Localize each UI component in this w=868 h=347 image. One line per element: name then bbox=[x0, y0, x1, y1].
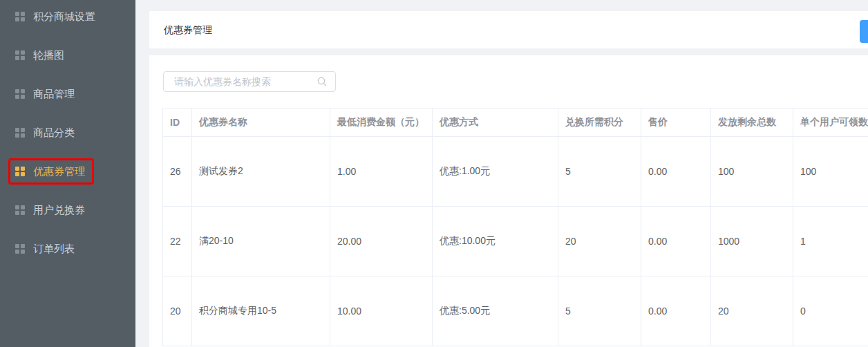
sidebar-item-label: 轮播图 bbox=[33, 49, 64, 62]
cell-per-user-limit: 0 bbox=[793, 276, 868, 346]
cell-discount-type: 优惠:1.00元 bbox=[433, 137, 558, 207]
cell-id: 20 bbox=[163, 276, 192, 346]
sidebar-item-points-mall-settings[interactable]: 积分商城设置 bbox=[0, 0, 135, 36]
sidebar-menu: 积分商城设置 轮播图 商品管理 商品分类 优惠券管理 用户兑换券 订单列表 bbox=[0, 0, 135, 268]
primary-action-button[interactable] bbox=[860, 20, 868, 43]
sidebar-item-product-management[interactable]: 商品管理 bbox=[0, 75, 135, 113]
grid-icon bbox=[15, 167, 25, 176]
cell-remaining-total: 1000 bbox=[711, 207, 793, 276]
cell-per-user-limit: 1 bbox=[793, 207, 868, 276]
cell-coupon-name: 测试发券2 bbox=[192, 137, 330, 207]
cell-points-required: 20 bbox=[558, 207, 641, 276]
cell-price: 0.00 bbox=[641, 207, 711, 276]
cell-min-spend: 1.00 bbox=[330, 137, 433, 207]
sidebar-item-label: 订单列表 bbox=[33, 243, 75, 256]
col-id: ID bbox=[163, 109, 192, 137]
grid-icon bbox=[15, 205, 25, 215]
content-panel: ID 优惠券名称 最低消费金额（元） 优惠方式 兑换所需积分 售价 发放剩余总数… bbox=[149, 55, 868, 347]
table-row: 26 测试发券2 1.00 优惠:1.00元 5 0.00 100 100 bbox=[163, 137, 868, 207]
cell-coupon-name: 积分商城专用10-5 bbox=[192, 276, 330, 346]
col-remaining-total: 发放剩余总数 bbox=[711, 109, 793, 137]
grid-icon bbox=[15, 244, 25, 254]
cell-per-user-limit: 100 bbox=[793, 137, 868, 207]
col-price: 售价 bbox=[641, 109, 711, 137]
col-coupon-name: 优惠券名称 bbox=[192, 109, 330, 137]
col-discount-type: 优惠方式 bbox=[433, 109, 558, 137]
sidebar-item-label: 商品分类 bbox=[33, 126, 75, 140]
cell-points-required: 5 bbox=[558, 276, 641, 346]
sidebar-item-coupon-management[interactable]: 优惠券管理 bbox=[0, 152, 135, 191]
cell-remaining-total: 100 bbox=[711, 137, 793, 207]
cell-points-required: 5 bbox=[558, 137, 641, 207]
search-box bbox=[163, 71, 336, 92]
grid-icon bbox=[15, 89, 25, 99]
sidebar-item-user-voucher[interactable]: 用户兑换券 bbox=[0, 191, 135, 229]
table-row: 22 满20-10 20.00 优惠:10.00元 20 0.00 1000 1 bbox=[163, 207, 868, 276]
sidebar-item-carousel[interactable]: 轮播图 bbox=[0, 36, 135, 75]
table-row: 20 积分商城专用10-5 10.00 优惠:5.00元 5 0.00 20 0 bbox=[163, 276, 868, 346]
col-min-spend: 最低消费金额（元） bbox=[330, 109, 433, 137]
grid-icon bbox=[15, 12, 25, 21]
table-header-row: ID 优惠券名称 最低消费金额（元） 优惠方式 兑换所需积分 售价 发放剩余总数… bbox=[163, 109, 868, 137]
cell-price: 0.00 bbox=[641, 137, 711, 207]
sidebar: 积分商城设置 轮播图 商品管理 商品分类 优惠券管理 用户兑换券 订单列表 bbox=[0, 0, 135, 347]
sidebar-item-label: 用户兑换券 bbox=[33, 204, 85, 217]
col-per-user-limit: 单个用户可领数 bbox=[793, 109, 868, 137]
page-header: 优惠券管理 bbox=[149, 11, 868, 48]
main-area: 优惠券管理 ID 优惠券名称 最低消费金额（元） 优惠方式 bbox=[135, 0, 868, 347]
sidebar-item-label: 优惠券管理 bbox=[33, 165, 85, 178]
cell-min-spend: 20.00 bbox=[330, 207, 433, 276]
cell-coupon-name: 满20-10 bbox=[192, 207, 330, 276]
sidebar-item-product-category[interactable]: 商品分类 bbox=[0, 113, 135, 152]
sidebar-item-order-list[interactable]: 订单列表 bbox=[0, 229, 135, 268]
col-points-required: 兑换所需积分 bbox=[558, 109, 641, 137]
cell-discount-type: 优惠:5.00元 bbox=[433, 276, 558, 346]
cell-id: 22 bbox=[163, 207, 192, 276]
sidebar-item-label: 积分商城设置 bbox=[33, 10, 95, 24]
cell-remaining-total: 20 bbox=[711, 276, 793, 346]
page-title: 优惠券管理 bbox=[149, 11, 868, 48]
cell-discount-type: 优惠:10.00元 bbox=[433, 207, 558, 276]
grid-icon bbox=[15, 50, 25, 60]
coupon-table: ID 优惠券名称 最低消费金额（元） 优惠方式 兑换所需积分 售价 发放剩余总数… bbox=[162, 108, 868, 346]
cell-id: 26 bbox=[163, 137, 192, 207]
cell-min-spend: 10.00 bbox=[330, 276, 433, 346]
search-input[interactable] bbox=[163, 71, 336, 92]
sidebar-item-label: 商品管理 bbox=[33, 88, 75, 101]
grid-icon bbox=[15, 128, 25, 138]
cell-price: 0.00 bbox=[641, 276, 711, 346]
